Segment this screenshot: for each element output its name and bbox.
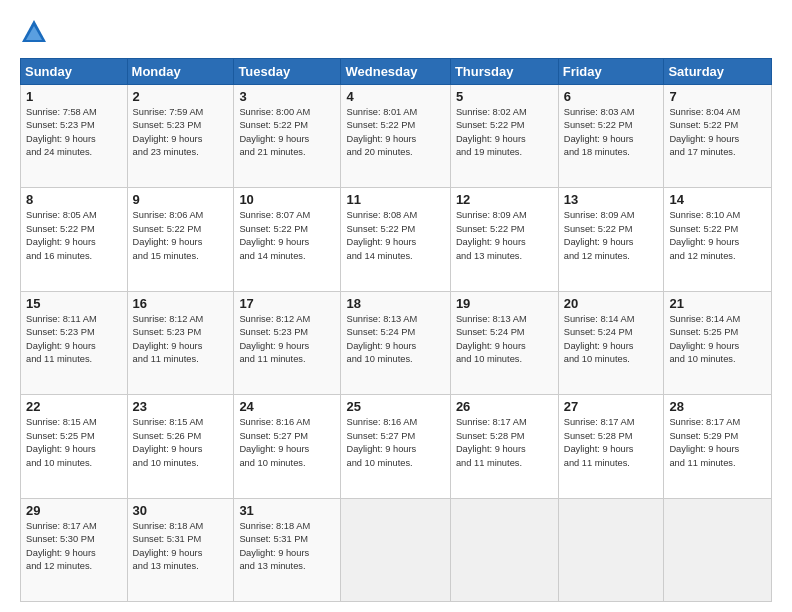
logo-icon (20, 18, 48, 46)
cell-info: Sunrise: 8:09 AMSunset: 5:22 PMDaylight:… (564, 209, 659, 263)
day-number: 31 (239, 503, 335, 518)
calendar-cell: 27Sunrise: 8:17 AMSunset: 5:28 PMDayligh… (558, 395, 664, 498)
cell-info: Sunrise: 8:08 AMSunset: 5:22 PMDaylight:… (346, 209, 444, 263)
cell-info: Sunrise: 8:14 AMSunset: 5:25 PMDaylight:… (669, 313, 766, 367)
calendar-cell: 1Sunrise: 7:58 AMSunset: 5:23 PMDaylight… (21, 85, 128, 188)
calendar-cell: 10Sunrise: 8:07 AMSunset: 5:22 PMDayligh… (234, 188, 341, 291)
cell-info: Sunrise: 8:04 AMSunset: 5:22 PMDaylight:… (669, 106, 766, 160)
calendar: SundayMondayTuesdayWednesdayThursdayFrid… (20, 58, 772, 602)
weekday-row: SundayMondayTuesdayWednesdayThursdayFrid… (21, 59, 772, 85)
cell-info: Sunrise: 8:16 AMSunset: 5:27 PMDaylight:… (239, 416, 335, 470)
day-number: 2 (133, 89, 229, 104)
calendar-cell (341, 498, 450, 601)
calendar-cell (450, 498, 558, 601)
calendar-cell: 6Sunrise: 8:03 AMSunset: 5:22 PMDaylight… (558, 85, 664, 188)
cell-info: Sunrise: 8:17 AMSunset: 5:28 PMDaylight:… (456, 416, 553, 470)
day-number: 28 (669, 399, 766, 414)
cell-info: Sunrise: 8:05 AMSunset: 5:22 PMDaylight:… (26, 209, 122, 263)
cell-info: Sunrise: 8:12 AMSunset: 5:23 PMDaylight:… (239, 313, 335, 367)
calendar-cell: 20Sunrise: 8:14 AMSunset: 5:24 PMDayligh… (558, 291, 664, 394)
calendar-cell: 30Sunrise: 8:18 AMSunset: 5:31 PMDayligh… (127, 498, 234, 601)
day-number: 21 (669, 296, 766, 311)
calendar-cell: 12Sunrise: 8:09 AMSunset: 5:22 PMDayligh… (450, 188, 558, 291)
cell-info: Sunrise: 8:17 AMSunset: 5:28 PMDaylight:… (564, 416, 659, 470)
weekday-header-thursday: Thursday (450, 59, 558, 85)
calendar-cell: 18Sunrise: 8:13 AMSunset: 5:24 PMDayligh… (341, 291, 450, 394)
calendar-cell: 26Sunrise: 8:17 AMSunset: 5:28 PMDayligh… (450, 395, 558, 498)
header (20, 18, 772, 46)
day-number: 10 (239, 192, 335, 207)
cell-info: Sunrise: 7:59 AMSunset: 5:23 PMDaylight:… (133, 106, 229, 160)
cell-info: Sunrise: 8:18 AMSunset: 5:31 PMDaylight:… (133, 520, 229, 574)
day-number: 26 (456, 399, 553, 414)
day-number: 20 (564, 296, 659, 311)
day-number: 22 (26, 399, 122, 414)
day-number: 6 (564, 89, 659, 104)
day-number: 27 (564, 399, 659, 414)
day-number: 9 (133, 192, 229, 207)
day-number: 14 (669, 192, 766, 207)
cell-info: Sunrise: 8:13 AMSunset: 5:24 PMDaylight:… (456, 313, 553, 367)
week-row-3: 15Sunrise: 8:11 AMSunset: 5:23 PMDayligh… (21, 291, 772, 394)
cell-info: Sunrise: 8:09 AMSunset: 5:22 PMDaylight:… (456, 209, 553, 263)
day-number: 18 (346, 296, 444, 311)
calendar-cell: 5Sunrise: 8:02 AMSunset: 5:22 PMDaylight… (450, 85, 558, 188)
calendar-cell (558, 498, 664, 601)
calendar-cell: 4Sunrise: 8:01 AMSunset: 5:22 PMDaylight… (341, 85, 450, 188)
day-number: 19 (456, 296, 553, 311)
cell-info: Sunrise: 8:07 AMSunset: 5:22 PMDaylight:… (239, 209, 335, 263)
cell-info: Sunrise: 7:58 AMSunset: 5:23 PMDaylight:… (26, 106, 122, 160)
day-number: 29 (26, 503, 122, 518)
cell-info: Sunrise: 8:15 AMSunset: 5:25 PMDaylight:… (26, 416, 122, 470)
calendar-cell: 29Sunrise: 8:17 AMSunset: 5:30 PMDayligh… (21, 498, 128, 601)
calendar-cell: 23Sunrise: 8:15 AMSunset: 5:26 PMDayligh… (127, 395, 234, 498)
day-number: 7 (669, 89, 766, 104)
calendar-cell: 16Sunrise: 8:12 AMSunset: 5:23 PMDayligh… (127, 291, 234, 394)
day-number: 5 (456, 89, 553, 104)
week-row-1: 1Sunrise: 7:58 AMSunset: 5:23 PMDaylight… (21, 85, 772, 188)
page: SundayMondayTuesdayWednesdayThursdayFrid… (0, 0, 792, 612)
weekday-header-wednesday: Wednesday (341, 59, 450, 85)
week-row-5: 29Sunrise: 8:17 AMSunset: 5:30 PMDayligh… (21, 498, 772, 601)
calendar-cell: 7Sunrise: 8:04 AMSunset: 5:22 PMDaylight… (664, 85, 772, 188)
cell-info: Sunrise: 8:14 AMSunset: 5:24 PMDaylight:… (564, 313, 659, 367)
cell-info: Sunrise: 8:17 AMSunset: 5:30 PMDaylight:… (26, 520, 122, 574)
calendar-cell: 2Sunrise: 7:59 AMSunset: 5:23 PMDaylight… (127, 85, 234, 188)
calendar-cell: 24Sunrise: 8:16 AMSunset: 5:27 PMDayligh… (234, 395, 341, 498)
day-number: 8 (26, 192, 122, 207)
cell-info: Sunrise: 8:11 AMSunset: 5:23 PMDaylight:… (26, 313, 122, 367)
calendar-cell: 14Sunrise: 8:10 AMSunset: 5:22 PMDayligh… (664, 188, 772, 291)
day-number: 25 (346, 399, 444, 414)
calendar-cell: 21Sunrise: 8:14 AMSunset: 5:25 PMDayligh… (664, 291, 772, 394)
cell-info: Sunrise: 8:18 AMSunset: 5:31 PMDaylight:… (239, 520, 335, 574)
day-number: 12 (456, 192, 553, 207)
day-number: 15 (26, 296, 122, 311)
day-number: 1 (26, 89, 122, 104)
cell-info: Sunrise: 8:17 AMSunset: 5:29 PMDaylight:… (669, 416, 766, 470)
cell-info: Sunrise: 8:02 AMSunset: 5:22 PMDaylight:… (456, 106, 553, 160)
weekday-header-friday: Friday (558, 59, 664, 85)
day-number: 17 (239, 296, 335, 311)
week-row-4: 22Sunrise: 8:15 AMSunset: 5:25 PMDayligh… (21, 395, 772, 498)
day-number: 23 (133, 399, 229, 414)
calendar-cell: 3Sunrise: 8:00 AMSunset: 5:22 PMDaylight… (234, 85, 341, 188)
day-number: 3 (239, 89, 335, 104)
calendar-cell (664, 498, 772, 601)
calendar-cell: 19Sunrise: 8:13 AMSunset: 5:24 PMDayligh… (450, 291, 558, 394)
calendar-cell: 8Sunrise: 8:05 AMSunset: 5:22 PMDaylight… (21, 188, 128, 291)
day-number: 11 (346, 192, 444, 207)
calendar-cell: 9Sunrise: 8:06 AMSunset: 5:22 PMDaylight… (127, 188, 234, 291)
day-number: 13 (564, 192, 659, 207)
cell-info: Sunrise: 8:01 AMSunset: 5:22 PMDaylight:… (346, 106, 444, 160)
calendar-body: 1Sunrise: 7:58 AMSunset: 5:23 PMDaylight… (21, 85, 772, 602)
weekday-header-saturday: Saturday (664, 59, 772, 85)
day-number: 30 (133, 503, 229, 518)
day-number: 4 (346, 89, 444, 104)
calendar-cell: 17Sunrise: 8:12 AMSunset: 5:23 PMDayligh… (234, 291, 341, 394)
cell-info: Sunrise: 8:15 AMSunset: 5:26 PMDaylight:… (133, 416, 229, 470)
week-row-2: 8Sunrise: 8:05 AMSunset: 5:22 PMDaylight… (21, 188, 772, 291)
cell-info: Sunrise: 8:00 AMSunset: 5:22 PMDaylight:… (239, 106, 335, 160)
cell-info: Sunrise: 8:10 AMSunset: 5:22 PMDaylight:… (669, 209, 766, 263)
calendar-cell: 11Sunrise: 8:08 AMSunset: 5:22 PMDayligh… (341, 188, 450, 291)
calendar-cell: 28Sunrise: 8:17 AMSunset: 5:29 PMDayligh… (664, 395, 772, 498)
